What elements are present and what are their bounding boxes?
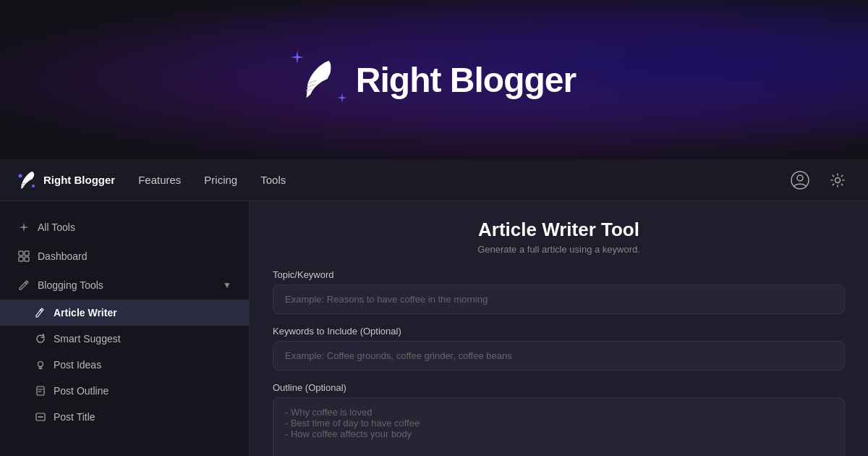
keywords-include-label: Keywords to Include (Optional)	[273, 326, 845, 337]
hero-logo: Right Blogger	[292, 54, 576, 106]
hero-title: Right Blogger	[356, 60, 576, 100]
sidebar-item-article-writer[interactable]: Article Writer	[0, 300, 249, 326]
hero-logo-icon	[292, 54, 344, 106]
grid-icon	[18, 250, 30, 262]
topic-keyword-label: Topic/Keyword	[273, 269, 845, 280]
sidebar-item-post-title[interactable]: Post Title	[0, 404, 249, 430]
star-icon-topleft	[291, 51, 304, 64]
svg-point-3	[797, 175, 803, 181]
content-area: Article Writer Tool Generate a full arti…	[250, 201, 868, 456]
svg-rect-8	[25, 257, 29, 261]
svg-point-4	[835, 177, 841, 182]
svg-rect-7	[19, 257, 23, 261]
article-writer-label: Article Writer	[54, 307, 117, 318]
sidebar-item-smart-suggest[interactable]: Smart Suggest	[0, 326, 249, 352]
post-ideas-label: Post Ideas	[54, 359, 101, 371]
svg-point-0	[19, 174, 22, 177]
star-icon-bottomright	[337, 93, 347, 103]
sparkle-icon	[18, 221, 30, 233]
sidebar-item-all-tools[interactable]: All Tools	[0, 213, 249, 242]
navbar-brand-text: Right Blogger	[43, 174, 115, 186]
sidebar: All Tools Dashboard	[0, 201, 250, 456]
navbar: Right Blogger Features Pricing Tools	[0, 159, 868, 201]
user-profile-button[interactable]	[787, 167, 813, 193]
topic-keyword-group: Topic/Keyword	[273, 269, 845, 314]
keywords-include-group: Keywords to Include (Optional)	[273, 326, 845, 371]
svg-point-9	[38, 362, 43, 367]
post-title-icon	[35, 411, 46, 423]
sidebar-item-dashboard[interactable]: Dashboard	[0, 242, 249, 271]
feather-icon	[299, 59, 337, 101]
svg-rect-5	[19, 251, 23, 256]
settings-button[interactable]	[825, 167, 851, 193]
nav-pricing[interactable]: Pricing	[204, 174, 237, 186]
pen-icon	[35, 308, 46, 318]
gear-icon	[830, 172, 846, 188]
edit-icon	[18, 279, 30, 291]
all-tools-icon	[17, 221, 30, 234]
bulb-icon	[35, 360, 46, 370]
navbar-logo-icon	[17, 170, 38, 190]
topic-keyword-input[interactable]	[273, 284, 845, 314]
sidebar-item-post-ideas[interactable]: Post Ideas	[0, 352, 249, 378]
post-outline-label: Post Outline	[54, 385, 109, 397]
sidebar-item-post-outline[interactable]: Post Outline	[0, 378, 249, 404]
outline-textarea[interactable]	[273, 397, 845, 456]
user-icon	[791, 171, 809, 190]
navbar-nav: Features Pricing Tools	[138, 174, 787, 186]
blogging-tools-left: Blogging Tools	[17, 279, 103, 292]
navbar-brand[interactable]: Right Blogger	[17, 170, 115, 190]
dashboard-icon	[17, 250, 30, 263]
svg-rect-10	[37, 387, 44, 395]
text-icon	[35, 412, 46, 422]
hero-area: Right Blogger	[0, 0, 868, 159]
dashboard-label: Dashboard	[38, 250, 88, 262]
blogging-tools-icon	[17, 279, 30, 292]
svg-point-1	[32, 185, 35, 187]
nav-features[interactable]: Features	[138, 174, 181, 186]
article-writer-icon	[35, 307, 46, 318]
post-ideas-icon	[35, 359, 46, 371]
main-layout: All Tools Dashboard	[0, 201, 868, 456]
outline-group: Outline (Optional)	[273, 382, 845, 456]
post-title-label: Post Title	[54, 411, 95, 423]
content-subtitle: Generate a full article using a keyword.	[273, 244, 845, 255]
keywords-include-input[interactable]	[273, 341, 845, 371]
blogging-tools-label: Blogging Tools	[38, 279, 103, 291]
content-title: Article Writer Tool	[273, 219, 845, 241]
chevron-down-icon: ▼	[223, 280, 231, 290]
document-icon	[35, 386, 46, 396]
navbar-actions	[787, 167, 851, 193]
outline-label: Outline (Optional)	[273, 382, 845, 393]
refresh-icon	[35, 334, 46, 344]
smart-suggest-icon	[35, 333, 46, 345]
all-tools-label: All Tools	[38, 221, 75, 233]
smart-suggest-label: Smart Suggest	[54, 333, 121, 345]
sidebar-blogging-tools-section[interactable]: Blogging Tools ▼	[0, 271, 249, 300]
post-outline-icon	[35, 385, 46, 397]
svg-rect-6	[25, 251, 29, 256]
nav-tools[interactable]: Tools	[260, 174, 286, 186]
content-header: Article Writer Tool Generate a full arti…	[273, 219, 845, 255]
